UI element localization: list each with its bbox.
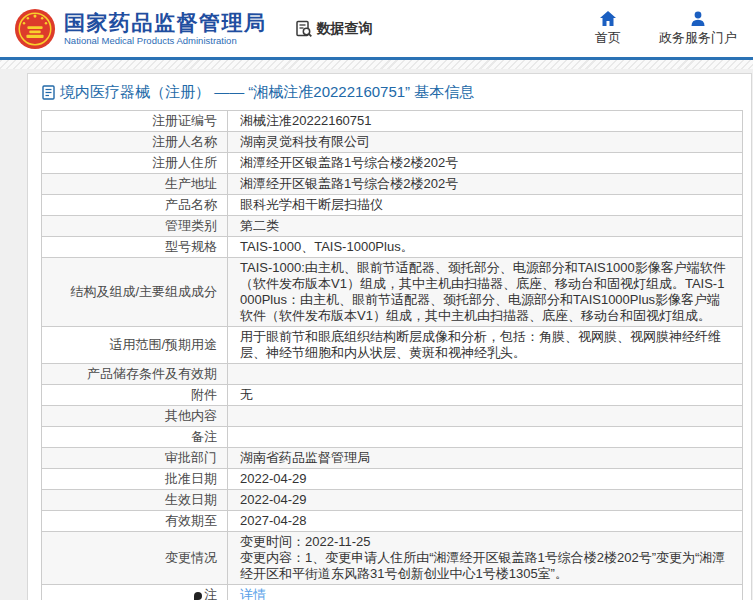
row-label: 适用范围/预期用途 [42, 327, 228, 364]
row-value [228, 364, 743, 385]
table-row: 结构及组成/主要组成成分TAIS-1000:由主机、眼前节适配器、颈托部分、电源… [42, 258, 743, 327]
table-row: 附件无 [42, 385, 743, 406]
row-label: 生效日期 [42, 490, 228, 511]
row-value [228, 427, 743, 448]
content-box: 境内医疗器械（注册） —— “湘械注准20222160751” 基本信息 注册证… [27, 73, 752, 600]
nav-label-home: 首页 [595, 29, 621, 47]
row-value: 湘械注准20222160751 [228, 111, 743, 132]
table-row: 注册人名称湖南灵觉科技有限公司 [42, 132, 743, 153]
nav-label-portal: 政务服务门户 [659, 29, 737, 47]
row-label: 注册人名称 [42, 132, 228, 153]
row-value: TAIS-1000、TAIS-1000Plus。 [228, 237, 743, 258]
row-value: 无 [228, 385, 743, 406]
national-emblem-logo [14, 8, 56, 50]
info-table-body: 注册证编号湘械注准20222160751注册人名称湖南灵觉科技有限公司注册人住所… [42, 111, 743, 600]
row-value: 湖南灵觉科技有限公司 [228, 132, 743, 153]
row-value: 眼科光学相干断层扫描仪 [228, 195, 743, 216]
row-label: 注册证编号 [42, 111, 228, 132]
table-row: 有效期至2027-04-28 [42, 511, 743, 532]
row-label: 批准日期 [42, 469, 228, 490]
row-label: 备注 [42, 427, 228, 448]
row-label: 注 [42, 585, 228, 600]
table-row: 型号规格TAIS-1000、TAIS-1000Plus。 [42, 237, 743, 258]
row-value: 详情 [228, 585, 743, 600]
registration-info-table: 注册证编号湘械注准20222160751注册人名称湖南灵觉科技有限公司注册人住所… [41, 110, 743, 600]
brand-subtitle: National Medical Products Administration [64, 36, 267, 46]
row-label: 变更情况 [42, 532, 228, 585]
row-label: 型号规格 [42, 237, 228, 258]
row-value: 用于眼前节和眼底组织结构断层成像和分析，包括：角膜、视网膜、视网膜神经纤维层、神… [228, 327, 743, 364]
top-nav: 首页 政务服务门户 [595, 11, 737, 47]
row-value: 2022-04-29 [228, 490, 743, 511]
row-label: 有效期至 [42, 511, 228, 532]
row-label: 注册人住所 [42, 153, 228, 174]
row-value: TAIS-1000:由主机、眼前节适配器、颈托部分、电源部分和TAIS1000影… [228, 258, 743, 327]
data-query-button[interactable]: 数据查询 [295, 20, 373, 38]
row-value: 2022-04-29 [228, 469, 743, 490]
nav-item-home[interactable]: 首页 [595, 11, 621, 47]
note-icon [194, 592, 202, 600]
row-label: 审批部门 [42, 448, 228, 469]
row-value: 湘潭经开区银盖路1号综合楼2楼202号 [228, 174, 743, 195]
site-header: 国家药品监督管理局 National Medical Products Admi… [0, 0, 753, 57]
brand: 国家药品监督管理局 National Medical Products Admi… [64, 11, 267, 47]
row-value: 变更时间：2022-11-25 变更内容：1、变更申请人住所由“湘潭经开区银盖路… [228, 532, 743, 585]
row-label: 产品储存条件及有效期 [42, 364, 228, 385]
row-label: 附件 [42, 385, 228, 406]
table-row: 备注 [42, 427, 743, 448]
home-icon [600, 11, 616, 26]
document-icon [42, 85, 55, 100]
row-label: 生产地址 [42, 174, 228, 195]
row-value: 第二类 [228, 216, 743, 237]
page-title: 境内医疗器械（注册） —— “湘械注准20222160751” 基本信息 [28, 74, 751, 110]
table-row: 审批部门湖南省药品监督管理局 [42, 448, 743, 469]
page-title-text: 境内医疗器械（注册） —— “湘械注准20222160751” 基本信息 [60, 83, 474, 102]
data-query-label: 数据查询 [317, 20, 373, 38]
row-value [228, 406, 743, 427]
row-value: 2027-04-28 [228, 511, 743, 532]
table-row: 批准日期2022-04-29 [42, 469, 743, 490]
details-link[interactable]: 详情 [240, 587, 266, 600]
table-row: 产品名称眼科光学相干断层扫描仪 [42, 195, 743, 216]
row-label: 产品名称 [42, 195, 228, 216]
nav-item-portal[interactable]: 政务服务门户 [659, 11, 737, 47]
table-row: 注详情 [42, 585, 743, 600]
table-row: 注册证编号湘械注准20222160751 [42, 111, 743, 132]
row-value: 湖南省药品监督管理局 [228, 448, 743, 469]
table-row: 适用范围/预期用途用于眼前节和眼底组织结构断层成像和分析，包括：角膜、视网膜、视… [42, 327, 743, 364]
table-row: 注册人住所湘潭经开区银盖路1号综合楼2楼202号 [42, 153, 743, 174]
table-row: 生产地址湘潭经开区银盖路1号综合楼2楼202号 [42, 174, 743, 195]
brand-title: 国家药品监督管理局 [64, 11, 267, 34]
row-value: 湘潭经开区银盖路1号综合楼2楼202号 [228, 153, 743, 174]
table-row: 产品储存条件及有效期 [42, 364, 743, 385]
row-label: 管理类别 [42, 216, 228, 237]
hatch-strip [0, 60, 753, 69]
row-label: 其他内容 [42, 406, 228, 427]
table-row: 生效日期2022-04-29 [42, 490, 743, 511]
row-label: 结构及组成/主要组成成分 [42, 258, 228, 327]
table-row: 管理类别第二类 [42, 216, 743, 237]
user-icon [690, 11, 706, 26]
table-row: 变更情况变更时间：2022-11-25 变更内容：1、变更申请人住所由“湘潭经开… [42, 532, 743, 585]
document-search-icon [295, 20, 313, 38]
table-row: 其他内容 [42, 406, 743, 427]
